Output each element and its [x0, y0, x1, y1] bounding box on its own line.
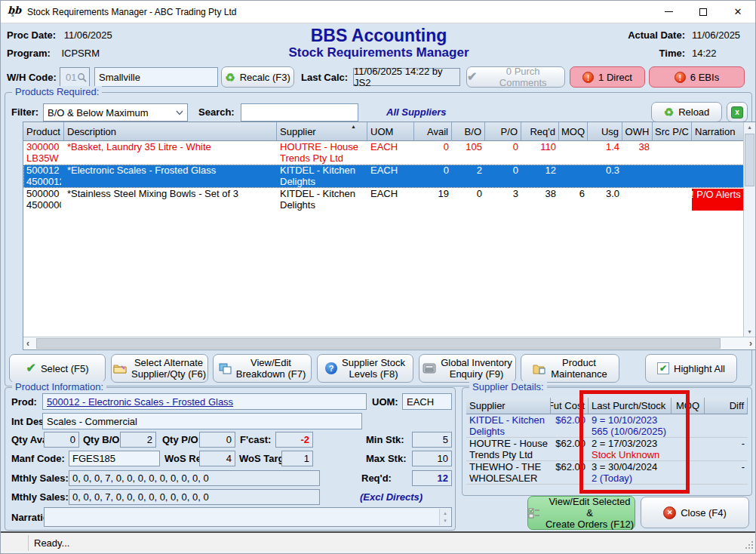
- narration-input[interactable]: ▴ ▾: [44, 507, 452, 527]
- scroll-up-icon[interactable]: ▴: [744, 124, 755, 131]
- vertical-scroll-thumb[interactable]: [745, 134, 754, 186]
- minimize-button[interactable]: [651, 1, 686, 23]
- recalc-button[interactable]: ♻ Recalc (F3): [221, 66, 294, 88]
- wh-code-input[interactable]: 01: [60, 67, 90, 87]
- table-row-selected[interactable]: 5000124500012 *Electronic Scales - Frost…: [23, 165, 745, 188]
- supplier-name2: Trends Pty Ltd: [280, 152, 364, 164]
- select-button[interactable]: ✔ Select (F5): [9, 354, 106, 383]
- srcpc-cell: [653, 141, 692, 165]
- spin-down-icon[interactable]: ▾: [444, 518, 447, 524]
- time-label: Time:: [659, 48, 685, 59]
- col-header-product[interactable]: Product: [23, 122, 64, 141]
- sd-last-purch: 9 = 10/10/2023: [592, 414, 668, 426]
- supplier-row[interactable]: KITDEL - KitchenDelights $62.00 9 = 10/1…: [466, 414, 748, 438]
- view-edit-breakdown-button[interactable]: View/Edit Breakdown (F7): [213, 354, 312, 383]
- col-header-uom[interactable]: UOM: [367, 122, 414, 141]
- resize-grip[interactable]: [744, 540, 754, 552]
- moq-cell: [559, 165, 588, 188]
- scroll-right-icon[interactable]: ›: [749, 337, 752, 349]
- table-row[interactable]: 5000004500000 *Stainless Steel Mixing Bo…: [23, 188, 745, 211]
- supplier-stock-levels-button[interactable]: ? Supplier Stock Levels (F8): [317, 354, 413, 383]
- supplier-row[interactable]: THEWHO - THEWHOLESALER $62.00 3 = 30/04/…: [466, 461, 748, 485]
- moq-cell: 6: [559, 188, 588, 211]
- ebis-alert-button[interactable]: ! 6 EBIs: [649, 66, 745, 88]
- select-alternate-supplier-label: Select Alternate Supplier/Qty (F6): [131, 357, 206, 380]
- proc-date-value: 11/06/2025: [64, 29, 112, 41]
- prod-link-box: 500012 - Electronic Scales - Frosted Gla…: [42, 393, 367, 410]
- close-window-button[interactable]: ✕: [721, 1, 755, 23]
- reload-button[interactable]: ♻ Reload: [651, 102, 722, 122]
- select-alternate-supplier-button[interactable]: Select Alternate Supplier/Qty (F6): [111, 354, 208, 383]
- sd-col-fut-cost[interactable]: Fut Cost: [551, 398, 589, 414]
- spin-up-icon[interactable]: ▴: [444, 510, 447, 516]
- sd-col-moq[interactable]: MOQ: [671, 398, 705, 414]
- int-desc-value: Scales - Commercial: [47, 416, 137, 427]
- prod-link[interactable]: 500012 - Electronic Scales - Frosted Gla…: [47, 396, 233, 408]
- col-header-supplier[interactable]: Supplier ▲: [277, 122, 367, 141]
- uom-cell: EACH: [367, 165, 414, 188]
- narration-scrollbar[interactable]: ▴ ▾: [439, 509, 450, 525]
- proc-date: Proc Date: 11/06/2025: [7, 29, 112, 41]
- srcpc-cell: [653, 165, 692, 188]
- checklist-icon: [528, 507, 540, 519]
- scroll-left-icon[interactable]: ‹: [26, 337, 29, 349]
- uom-label: UOM:: [372, 396, 398, 408]
- mthly-sales-value-1: 0, 0, 0, 7, 0, 0, 0, 0, 0, 0, 0, 0, 0: [72, 472, 209, 484]
- recycle-icon: ♻: [664, 106, 674, 118]
- create-orders-button[interactable]: View/Edit Selected & Create Orders (F12): [527, 496, 635, 530]
- col-header-description[interactable]: Description: [64, 122, 277, 141]
- wos-req-value: 4: [226, 453, 232, 464]
- checkbox-checked-icon: ✔: [657, 362, 669, 374]
- export-excel-button[interactable]: x: [727, 102, 748, 122]
- col-header-owh[interactable]: OWH: [622, 122, 653, 141]
- uom-value-box: EACH: [402, 393, 452, 410]
- max-stk-value: 10: [438, 453, 448, 464]
- scroll-down-icon[interactable]: ▾: [744, 328, 755, 335]
- table-row[interactable]: 300000LB35W *Basket, Laundry 35 Litre - …: [23, 141, 745, 165]
- usg-cell: 0.3: [588, 165, 622, 188]
- col-header-avail[interactable]: Avail: [414, 122, 452, 141]
- col-header-reqd[interactable]: Req'd: [521, 122, 559, 141]
- wh-name-input[interactable]: [94, 67, 218, 87]
- horizontal-scrollbar[interactable]: ‹ ›: [23, 337, 755, 349]
- min-stk-label: Min Stk:: [366, 434, 404, 445]
- search-magnifier-icon[interactable]: [77, 72, 87, 82]
- supplier-row[interactable]: HOUTRE - HouseTrends Pty Ltd $62.00 2 = …: [466, 438, 748, 461]
- close-button[interactable]: ✕ Close (F4): [641, 497, 749, 528]
- wos-req-box: 4: [199, 451, 235, 466]
- global-inventory-enquiry-button[interactable]: Global Inventory Enquiry (F9): [419, 354, 516, 383]
- app-heading: BBS Accounting Stock Requirements Manage…: [228, 26, 530, 60]
- sd-last-purch: 2 = 17/03/2023: [592, 438, 668, 449]
- highlight-all-button[interactable]: ✔ Highlight All: [645, 354, 737, 383]
- sd-diff: [705, 414, 748, 437]
- mthly-sales-box-1: 0, 0, 0, 7, 0, 0, 0, 0, 0, 0, 0, 0, 0: [69, 470, 320, 486]
- sd-col-supplier[interactable]: Supplier: [466, 398, 551, 414]
- products-required-group: Products Required: Filter: B/O & Below M…: [5, 92, 752, 386]
- client-area: Proc Date: 11/06/2025 Program: ICPSRM BB…: [1, 23, 755, 531]
- horizontal-scroll-thumb[interactable]: [36, 338, 721, 349]
- direct-alert-button[interactable]: ! 1 Direct: [570, 66, 645, 88]
- col-header-narration[interactable]: Narration: [692, 122, 745, 141]
- purch-comments-button[interactable]: ✔ 0 Purch Comments: [466, 66, 565, 88]
- col-header-usg[interactable]: Usg: [588, 122, 622, 141]
- product-maintenance-button[interactable]: Product Maintenance: [521, 354, 619, 383]
- reqd-cell: 38: [521, 188, 559, 211]
- maximize-button[interactable]: [686, 1, 721, 23]
- sd-col-diff[interactable]: Diff: [705, 398, 748, 414]
- col-header-moq[interactable]: MOQ: [559, 122, 588, 141]
- vertical-scrollbar[interactable]: ▴ ▾: [743, 122, 755, 337]
- fcast-value: -2: [300, 434, 309, 445]
- col-header-bo[interactable]: B/O: [452, 122, 485, 141]
- col-header-po[interactable]: P/O: [485, 122, 521, 141]
- col-header-srcpc[interactable]: Src P/C: [653, 122, 692, 141]
- suppliers-scope-label: All Suppliers: [386, 106, 446, 118]
- folder-icon: [113, 363, 127, 374]
- products-table-header: Product Description Supplier ▲ UOM Avail…: [23, 122, 745, 141]
- filter-select[interactable]: B/O & Below Maximum: [43, 103, 188, 122]
- supplier-name2: Delights: [280, 176, 364, 187]
- search-input[interactable]: [241, 103, 358, 122]
- manf-code-label: Manf Code:: [11, 453, 65, 464]
- sd-col-last-purch[interactable]: Last Purch/Stock: [589, 398, 671, 414]
- supplier-details-header: Supplier Fut Cost Last Purch/Stock MOQ D…: [466, 398, 748, 414]
- actual-date-value: 11/06/2025: [692, 29, 748, 41]
